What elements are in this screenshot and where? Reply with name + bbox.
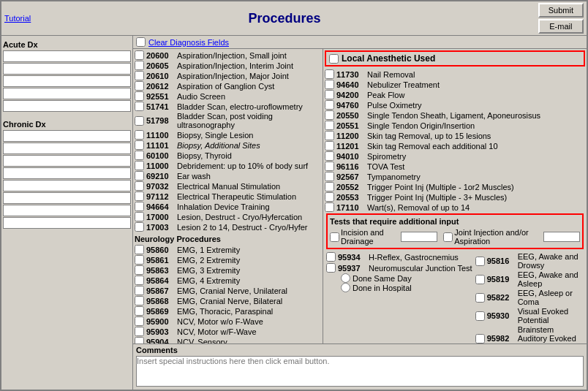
- proc-left-desc-13: Electrical Therapeutic Stimulation: [177, 192, 296, 201]
- chronic-dx-field-8[interactable]: [3, 217, 131, 229]
- eeg-desc-2: EEG, Asleep or Coma: [518, 289, 584, 306]
- joint-injection-input[interactable]: [543, 232, 580, 242]
- proc-right-desc-2: Peak Flow: [367, 91, 404, 99]
- acute-dx-field-1[interactable]: [3, 50, 131, 62]
- neuro-checkbox-0[interactable]: [135, 245, 144, 254]
- proc-left-checkbox-12[interactable]: [135, 181, 144, 191]
- chronic-dx-label: Chronic Dx: [3, 120, 131, 129]
- reflex-checkbox[interactable]: [326, 252, 336, 262]
- proc-right-checkbox-6[interactable]: [325, 131, 334, 140]
- same-day-radio[interactable]: [341, 273, 350, 283]
- eeg-code-1: 95819: [487, 275, 515, 284]
- chronic-dx-field-6[interactable]: [3, 192, 131, 204]
- chronic-dx-field-5[interactable]: [3, 180, 131, 191]
- nmj-checkbox[interactable]: [326, 263, 336, 273]
- neuro-checkbox-6[interactable]: [135, 306, 144, 316]
- eeg-checkbox-3[interactable]: [475, 311, 485, 321]
- neuro-checkbox-4[interactable]: [135, 286, 144, 295]
- proc-left-checkbox-16[interactable]: [135, 222, 144, 232]
- neuro-code-6: 95869: [146, 307, 174, 316]
- proc-left-checkbox-8[interactable]: [135, 140, 144, 150]
- proc-left-checkbox-3[interactable]: [135, 81, 144, 91]
- proc-right-checkbox-7[interactable]: [325, 141, 334, 151]
- proc-left-checkbox-5[interactable]: [135, 102, 144, 111]
- chronic-dx-field-2[interactable]: [3, 143, 131, 154]
- proc-left-checkbox-6[interactable]: [135, 116, 144, 126]
- proc-left-code-5: 51741: [146, 102, 174, 111]
- neuro-checkbox-3[interactable]: [135, 276, 144, 285]
- proc-right-checkbox-11[interactable]: [325, 182, 334, 191]
- proc-left-checkbox-14[interactable]: [135, 202, 144, 211]
- acute-dx-field-3[interactable]: [3, 75, 131, 87]
- neuro-checkbox-5[interactable]: [135, 296, 144, 305]
- proc-right-item: 96116 TOVA Test: [325, 162, 585, 171]
- proc-right-checkbox-10[interactable]: [325, 172, 334, 181]
- neuro-checkbox-2[interactable]: [135, 265, 144, 275]
- proc-right-code-3: 94760: [336, 101, 364, 110]
- eeg-item: 95816 EEG, Awake and Drowsy: [475, 252, 584, 270]
- radio-group: Done Same Day Done in Hospital: [341, 273, 472, 292]
- chronic-dx-field-7[interactable]: [3, 205, 131, 216]
- incision-drainage-checkbox[interactable]: [330, 232, 339, 242]
- proc-right-desc-10: Tympanometry: [367, 172, 421, 181]
- proc-left-item: 20610 Aspiration/Injection, Major Joint: [135, 71, 321, 80]
- acute-dx-field-2[interactable]: [3, 63, 131, 75]
- proc-right-checkbox-0[interactable]: [325, 69, 334, 79]
- proc-left-checkbox-13[interactable]: [135, 191, 144, 201]
- eeg-checkbox-4[interactable]: [475, 334, 485, 343]
- proc-left-code-10: 11000: [146, 162, 174, 170]
- proc-right-desc-0: Nail Removal: [367, 70, 415, 79]
- comments-textarea[interactable]: [136, 356, 584, 387]
- proc-right-code-7: 11201: [336, 142, 364, 151]
- proc-left-checkbox-10[interactable]: [135, 161, 144, 170]
- proc-right-checkbox-2[interactable]: [325, 90, 334, 99]
- left-panel: Acute Dx Chronic Dx: [1, 36, 133, 390]
- proc-left-code-14: 94664: [146, 202, 174, 211]
- acute-dx-field-5[interactable]: [3, 100, 131, 112]
- proc-right-item: 94200 Peak Flow: [325, 90, 585, 99]
- email-button[interactable]: E-mail: [538, 19, 584, 34]
- middle-panel: Clear Diagnosis Fields 20600 Aspiration/…: [133, 36, 587, 390]
- proc-right-desc-5: Single Tendon Origin/Insertion: [367, 121, 475, 130]
- chronic-dx-field-4[interactable]: [3, 167, 131, 179]
- proc-right-checkbox-13[interactable]: [325, 202, 334, 212]
- proc-right-checkbox-1[interactable]: [325, 80, 334, 89]
- proc-left-desc-3: Aspiration of Ganglion Cyst: [177, 82, 274, 91]
- proc-left-checkbox-11[interactable]: [135, 171, 144, 181]
- proc-right-checkbox-8[interactable]: [325, 151, 334, 161]
- neuro-checkbox-1[interactable]: [135, 255, 144, 265]
- eeg-checkbox-0[interactable]: [475, 257, 485, 266]
- submit-button[interactable]: Submit: [538, 3, 584, 18]
- chronic-dx-field-1[interactable]: [3, 130, 131, 142]
- proc-left-checkbox-15[interactable]: [135, 212, 144, 221]
- proc-left-checkbox-1[interactable]: [135, 61, 144, 70]
- proc-left-checkbox-0[interactable]: [135, 50, 144, 60]
- incision-drainage-input[interactable]: [401, 232, 437, 242]
- proc-left-checkbox-7[interactable]: [135, 130, 144, 140]
- proc-right-checkbox-5[interactable]: [325, 121, 334, 130]
- tutorial-link[interactable]: Tutorial: [4, 14, 31, 23]
- proc-left-checkbox-2[interactable]: [135, 71, 144, 80]
- tests-additional-box: Tests that require additional input Inci…: [326, 213, 584, 249]
- reflex-desc: H-Reflex, Gastrocnemius: [369, 253, 459, 262]
- neuro-checkbox-8[interactable]: [135, 327, 144, 336]
- proc-right-checkbox-12[interactable]: [325, 192, 334, 202]
- eeg-checkbox-2[interactable]: [475, 293, 485, 303]
- clear-diagnosis-label[interactable]: Clear Diagnosis Fields: [148, 38, 229, 47]
- proc-right-checkbox-3[interactable]: [325, 100, 334, 110]
- joint-injection-checkbox[interactable]: [443, 232, 453, 242]
- proc-right-checkbox-9[interactable]: [325, 162, 334, 171]
- neuro-checkbox-9[interactable]: [135, 337, 144, 343]
- in-hospital-radio[interactable]: [341, 283, 350, 292]
- proc-right-checkbox-4[interactable]: [325, 110, 334, 120]
- neuro-checkbox-7[interactable]: [135, 316, 144, 326]
- same-day-radio-item: Done Same Day: [341, 273, 472, 283]
- local-anesthetic-checkbox[interactable]: [329, 54, 339, 64]
- eeg-checkbox-1[interactable]: [475, 275, 485, 284]
- acute-dx-field-4[interactable]: [3, 88, 131, 99]
- clear-diagnosis-checkbox[interactable]: [136, 37, 146, 47]
- proc-left-checkbox-4[interactable]: [135, 91, 144, 101]
- proc-right-desc-8: Spirometry: [367, 152, 406, 161]
- proc-left-checkbox-9[interactable]: [135, 151, 144, 160]
- chronic-dx-field-3[interactable]: [3, 155, 131, 167]
